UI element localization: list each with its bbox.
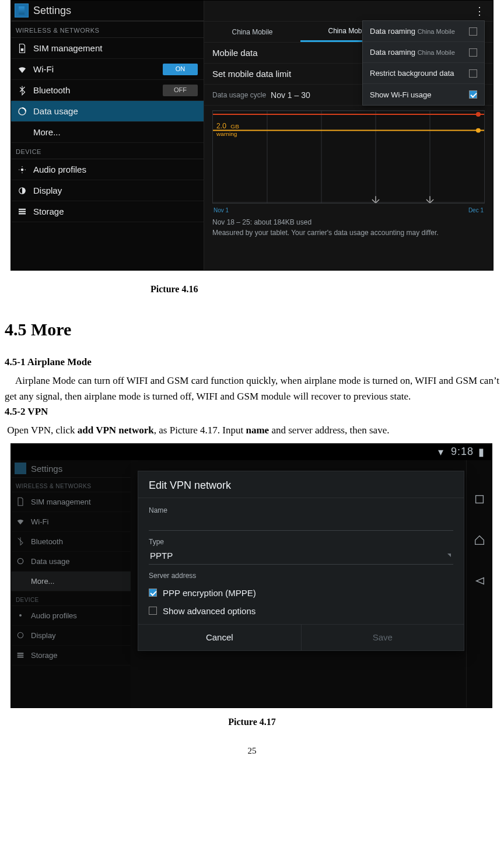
dialog-title: Edit VPN network [138, 471, 464, 498]
caption-417: Picture 4.17 [0, 717, 504, 727]
dropdown-triangle-icon [447, 554, 451, 557]
sidebar-item-sim[interactable]: SIM management [11, 38, 204, 59]
usage-chart[interactable]: 2.0 GB warning [212, 110, 485, 204]
checkbox-advanced[interactable] [149, 607, 157, 615]
svg-point-17 [18, 558, 23, 563]
sidebar-title: Settings [31, 464, 62, 474]
sidebar-cat-device: DEVICE [11, 591, 131, 606]
overflow-menu-icon[interactable]: ⋮ [474, 6, 486, 16]
sidebar-label: Wi-Fi [31, 517, 48, 526]
svg-rect-0 [21, 48, 24, 51]
sidebar-item-sim[interactable]: SIM management [11, 492, 131, 512]
menu-label: Data roaming [370, 27, 415, 36]
screenshot-edit-vpn: ▾ 9:18 ▮ Settings WIRELESS & NETWORKS SI… [10, 443, 492, 708]
sidebar-item-audio[interactable]: Audio profiles [11, 606, 131, 626]
bluetooth-icon [16, 537, 25, 546]
battery-icon: ▮ [478, 446, 485, 458]
save-button[interactable]: Save [301, 625, 464, 650]
checkbox[interactable] [469, 27, 477, 36]
menu-data-roaming-1[interactable]: Data roaming China Mobile [363, 21, 484, 42]
advanced-label: Show advanced options [163, 606, 256, 616]
sidebar-label: SIM management [33, 44, 102, 52]
audio-icon [17, 164, 27, 175]
vpn-panel: Edit VPN network Name Type PPTP Server a… [131, 460, 466, 708]
checkbox[interactable] [469, 48, 477, 57]
checkbox-checked[interactable] [469, 90, 477, 99]
sidebar-label: Display [31, 631, 56, 640]
sidebar-cat-wireless: WIRELESS & NETWORKS [11, 478, 131, 492]
sidebar-item-storage[interactable]: Storage [11, 201, 204, 222]
usage-line2: Measured by your tablet. Your carrier's … [212, 227, 485, 238]
cancel-button[interactable]: Cancel [138, 625, 301, 650]
sidebar-label: Storage [31, 651, 58, 660]
menu-label: Data roaming [370, 48, 415, 57]
sidebar-item-display[interactable]: Display [11, 626, 131, 646]
recent-apps-icon[interactable] [473, 493, 486, 508]
sidebar-item-data-usage[interactable]: Data usage [11, 552, 131, 572]
home-icon[interactable] [473, 534, 486, 549]
chart-warning: warning [216, 131, 237, 138]
checkbox[interactable] [469, 69, 477, 78]
menu-restrict-bg[interactable]: Restrict background data [363, 63, 484, 84]
menu-show-wifi[interactable]: Show Wi-Fi usage [363, 84, 484, 105]
chart-value: 2.0 [216, 122, 226, 130]
sidebar-item-wifi[interactable]: Wi-Fi [11, 512, 131, 532]
caption-416: Picture 4.16 [150, 285, 499, 294]
screenshot-data-usage: Settings WIRELESS & NETWORKS SIM managem… [10, 0, 494, 271]
sidebar-item-storage[interactable]: Storage [11, 646, 131, 666]
sidebar-item-more[interactable]: More... [11, 122, 204, 143]
wifi-switch-on[interactable]: ON [163, 64, 198, 75]
field-label-name: Name [149, 506, 453, 514]
dialog-buttons: Cancel Save [138, 624, 464, 650]
para-vpn: Open VPN, click add VPN network, as Pict… [5, 422, 499, 438]
heading-4-5-1: 4.5-1 Airplane Mode [5, 357, 499, 367]
menu-data-roaming-2[interactable]: Data roaming China Mobile [363, 42, 484, 63]
ppp-row[interactable]: PPP encryption (MPPE) [149, 588, 453, 598]
sidebar-cat-wireless: WIRELESS & NETWORKS [11, 22, 204, 38]
sidebar-item-display[interactable]: Display [11, 180, 204, 201]
checkbox-ppp[interactable] [149, 589, 157, 597]
tab-sim1[interactable]: China Mobile [204, 22, 300, 42]
vpn-type-select[interactable]: PPTP [149, 548, 453, 565]
svg-rect-5 [19, 211, 26, 212]
vpn-name-input[interactable] [149, 517, 453, 531]
sidebar-label: Wi-Fi [33, 65, 54, 73]
sidebar-cat-device: DEVICE [11, 143, 204, 159]
sidebar-label: SIM management [31, 498, 91, 506]
sidebar-label: Bluetooth [31, 537, 63, 546]
sidebar-item-data-usage[interactable]: Data usage [11, 101, 204, 122]
sidebar-item-wifi[interactable]: Wi-Fi ON [11, 59, 204, 80]
sim-icon [17, 43, 27, 54]
wifi-icon [17, 64, 27, 75]
back-icon[interactable] [473, 575, 486, 590]
svg-rect-22 [18, 657, 24, 658]
sidebar-label: Audio profiles [31, 611, 77, 620]
field-label-server: Server address [149, 572, 453, 580]
select-value: PPTP [150, 551, 173, 561]
svg-point-16 [476, 128, 481, 133]
row-value: Nov 1 – 30 [271, 91, 310, 99]
audio-icon [16, 611, 25, 620]
menu-sub: China Mobile [418, 49, 455, 56]
sidebar-title: Settings [33, 5, 71, 17]
svg-rect-6 [19, 213, 26, 214]
clock: 9:18 [451, 446, 474, 458]
chart-x-start: Nov 1 [214, 207, 229, 213]
sidebar-item-bluetooth[interactable]: Bluetooth [11, 532, 131, 552]
svg-point-18 [19, 614, 22, 617]
menu-label: Restrict background data [370, 69, 454, 77]
sidebar-label: Bluetooth [33, 86, 70, 94]
svg-rect-20 [18, 653, 24, 654]
svg-point-2 [21, 168, 24, 171]
bluetooth-icon [17, 85, 27, 96]
panel-topbar: ⋮ [204, 1, 493, 22]
sidebar-item-bluetooth[interactable]: Bluetooth OFF [11, 80, 204, 101]
sidebar-item-more[interactable]: More... [11, 572, 131, 591]
para-airplane: Airplane Mode can turn off WIFI and GSM … [5, 373, 499, 404]
advanced-row[interactable]: Show advanced options [149, 606, 453, 616]
storage-icon [17, 206, 27, 217]
svg-rect-4 [19, 208, 26, 209]
sidebar-label: Display [33, 186, 62, 195]
bt-switch-off[interactable]: OFF [163, 85, 198, 96]
sidebar-item-audio[interactable]: Audio profiles [11, 159, 204, 180]
